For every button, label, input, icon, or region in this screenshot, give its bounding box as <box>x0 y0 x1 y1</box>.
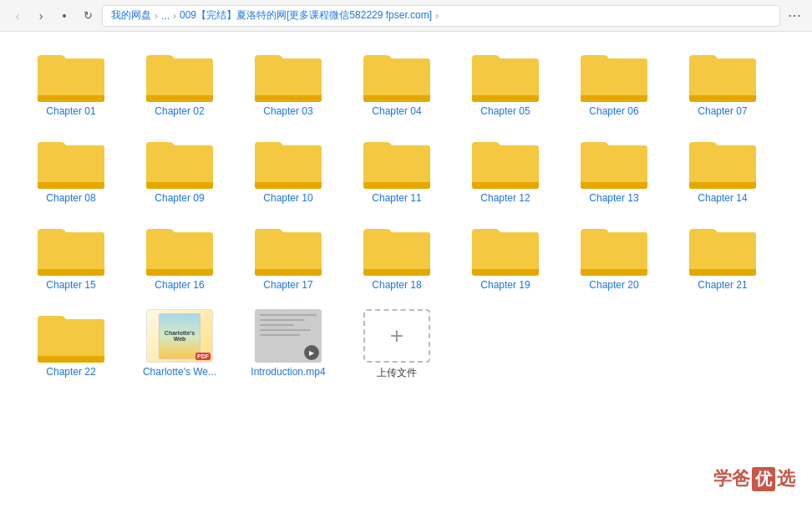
folder-icon <box>38 135 104 189</box>
folder-body <box>38 58 104 102</box>
folder-icon <box>581 222 647 276</box>
folder-icon <box>38 309 104 363</box>
folder-body <box>363 58 430 102</box>
folder-item[interactable]: Chapter 08 <box>17 127 125 211</box>
folder-item[interactable]: Chapter 04 <box>343 40 451 124</box>
folder-label: Chapter 03 <box>263 105 312 117</box>
folder-shadow <box>363 95 430 102</box>
top-bar: ‹ › • ↻ 我的网盘 › ... › 009【完结】夏洛特的网[更多课程微信… <box>0 0 812 32</box>
folder-shadow <box>689 269 756 276</box>
folder-icon <box>146 48 213 102</box>
video-line <box>260 324 294 326</box>
folder-icon <box>363 222 430 276</box>
folder-body <box>38 232 104 276</box>
folder-label: Chapter 13 <box>589 192 638 204</box>
folder-label: Chapter 14 <box>698 192 747 204</box>
breadcrumb-sep2: › <box>173 10 176 22</box>
breadcrumb-root[interactable]: 我的网盘 <box>111 8 151 23</box>
more-button[interactable]: ⋯ <box>785 7 804 25</box>
folder-item[interactable]: Chapter 20 <box>560 214 668 297</box>
folder-item[interactable]: Chapter 12 <box>451 127 560 211</box>
upload-label: 上传文件 <box>377 366 417 380</box>
folder-body <box>38 319 104 363</box>
content-area: Chapter 01 Chapter 02 Chapter 03 Chapter… <box>0 32 812 508</box>
folder-body <box>363 232 430 276</box>
folder-shadow <box>472 95 539 102</box>
folder-item[interactable]: Chapter 03 <box>234 40 343 124</box>
folder-item[interactable]: Chapter 15 <box>17 214 125 297</box>
folder-label: Chapter 06 <box>589 105 638 117</box>
refresh-button[interactable]: ↻ <box>79 7 97 25</box>
folder-body <box>581 58 647 102</box>
video-line <box>260 319 305 321</box>
folder-body <box>472 58 539 102</box>
folder-item[interactable]: Chapter 01 <box>17 40 125 124</box>
folder-item[interactable]: Chapter 19 <box>451 214 560 297</box>
folder-item[interactable]: Chapter 07 <box>668 40 777 124</box>
folder-item[interactable]: Chapter 21 <box>668 214 777 297</box>
folder-shadow <box>38 182 104 189</box>
folder-label: Chapter 04 <box>372 105 421 117</box>
file-item-video[interactable]: ▶ Introduction.mp4 <box>234 301 343 387</box>
folder-shadow <box>146 182 213 189</box>
folder-shadow <box>581 182 647 189</box>
folder-body <box>146 145 213 189</box>
watermark: 学爸 优 选 <box>713 466 795 491</box>
folder-item[interactable]: Chapter 18 <box>343 214 451 297</box>
back-button[interactable]: ‹ <box>8 7 27 25</box>
video-line <box>260 314 317 316</box>
folder-label: Chapter 09 <box>155 192 204 204</box>
folder-body <box>146 232 213 276</box>
breadcrumb-sep3: › <box>435 10 439 22</box>
bullet-button[interactable]: • <box>55 7 74 25</box>
folder-label: Chapter 01 <box>46 105 95 117</box>
upload-box: + <box>363 309 430 363</box>
folder-item[interactable]: Chapter 11 <box>343 127 451 211</box>
folder-label: Chapter 07 <box>698 105 747 117</box>
folder-label: Chapter 10 <box>263 192 312 204</box>
watermark-badge: 优 <box>752 467 775 491</box>
breadcrumb-sep1: › <box>155 10 158 22</box>
video-line <box>260 329 311 331</box>
folder-icon <box>689 48 756 102</box>
folder-label: Chapter 20 <box>589 279 638 291</box>
file-item-charlotte[interactable]: Charlotte'sWeb PDF Charlotte's We... <box>125 301 234 387</box>
folder-icon <box>689 135 756 189</box>
folder-shadow <box>146 95 213 102</box>
plus-icon: + <box>390 323 403 349</box>
folder-item[interactable]: Chapter 13 <box>560 127 668 211</box>
folder-body <box>255 58 322 102</box>
watermark-prefix: 学爸 <box>713 466 750 491</box>
folder-body <box>363 145 430 189</box>
folder-body <box>38 145 104 189</box>
folder-label: Chapter 17 <box>263 279 312 291</box>
folder-item[interactable]: Chapter 02 <box>125 40 234 124</box>
folder-item[interactable]: Chapter 17 <box>234 214 343 297</box>
folder-item[interactable]: Chapter 22 <box>17 301 125 387</box>
folder-item[interactable]: Chapter 09 <box>125 127 234 211</box>
folder-icon <box>255 135 322 189</box>
forward-button[interactable]: › <box>32 7 50 25</box>
folder-label: Chapter 12 <box>480 192 530 204</box>
folder-item[interactable]: Chapter 05 <box>451 40 560 124</box>
folder-item[interactable]: Chapter 06 <box>560 40 668 124</box>
folder-label: Chapter 19 <box>480 279 530 291</box>
folder-shadow <box>689 95 756 102</box>
folder-label: Chapter 11 <box>372 192 421 204</box>
folder-icon <box>363 135 430 189</box>
file-thumbnail-video: ▶ <box>255 309 322 363</box>
folder-icon <box>472 222 539 276</box>
book-cover: Charlotte'sWeb <box>159 313 200 359</box>
folder-item[interactable]: Chapter 14 <box>668 127 777 211</box>
folder-grid: Chapter 01 Chapter 02 Chapter 03 Chapter… <box>17 40 795 390</box>
folder-icon <box>255 222 322 276</box>
folder-icon <box>472 48 539 102</box>
breadcrumb-folder[interactable]: 009【完结】夏洛特的网[更多课程微信582229 fpser.com] <box>180 8 432 23</box>
folder-icon <box>581 135 647 189</box>
breadcrumb-dots[interactable]: ... <box>161 10 170 22</box>
file-label-charlotte: Charlotte's We... <box>143 366 216 378</box>
folder-item[interactable]: Chapter 10 <box>234 127 343 211</box>
upload-button[interactable]: + 上传文件 <box>343 301 451 387</box>
watermark-suffix: 选 <box>777 466 795 491</box>
folder-item[interactable]: Chapter 16 <box>125 214 234 297</box>
